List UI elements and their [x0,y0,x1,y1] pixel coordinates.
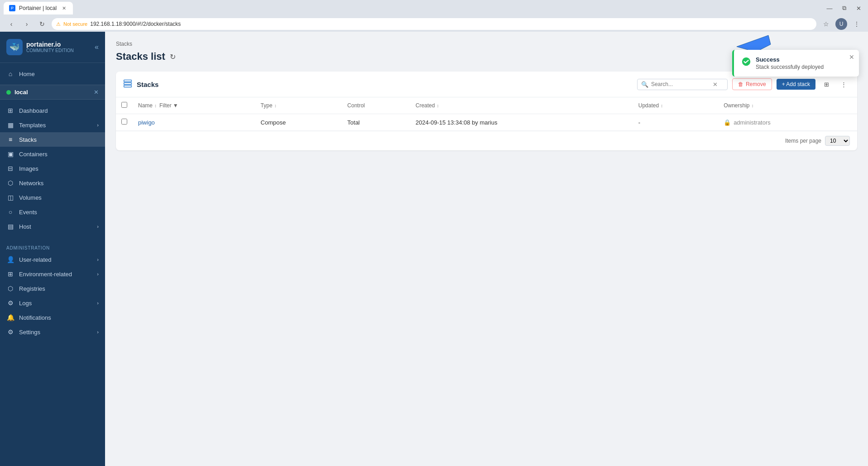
card-title: Stacks [137,81,633,88]
stack-name-link[interactable]: piwigo [138,119,155,126]
remove-label: Remove [746,81,766,87]
notifications-label: Notifications [19,314,99,321]
close-button[interactable]: ✕ [853,2,864,14]
environment-related-icon: ⊞ [6,270,14,278]
add-stack-button[interactable]: + Add stack [777,79,815,90]
main-content: Stacks Stacks list ↻ Stacks 🔍 ✕ 🗑 [105,32,868,466]
svg-rect-0 [124,80,132,82]
tab-close-button[interactable]: ✕ [60,5,67,12]
sidebar-item-environment-related[interactable]: ⊞ Environment-related › [0,267,105,281]
user-related-icon: 👤 [6,256,14,263]
ownership-column-header[interactable]: Ownership ↕ [718,97,857,114]
name-filter-button[interactable]: Filter ▼ [159,102,178,109]
row-checkbox[interactable] [121,119,127,125]
sidebar-item-events[interactable]: ○ Events [0,205,105,219]
notifications-icon: 🔔 [6,314,14,321]
sidebar-item-host[interactable]: ▤ Host › [0,219,105,234]
networks-label: Networks [19,180,99,187]
sidebar-item-settings[interactable]: ⚙ Settings › [0,325,105,339]
table-body: piwigo Compose Total 2024-09-15 13:34:08… [116,114,857,131]
control-column-header: Control [342,97,410,114]
dashboard-label: Dashboard [19,107,99,114]
search-clear-button[interactable]: ✕ [713,81,718,88]
created-column-header[interactable]: Created ↕ [410,97,633,114]
env-status-dot [6,90,11,95]
type-column-header[interactable]: Type ↕ [255,97,342,114]
env-close-button[interactable]: ✕ [94,89,99,96]
restore-button[interactable]: ⧉ [838,2,850,14]
sidebar-item-volumes[interactable]: ◫ Volumes [0,190,105,205]
address-bar[interactable]: ⚠ Not secure 192.168.1.18:9000/#!/2/dock… [52,18,816,30]
settings-label: Settings [19,329,92,336]
stacks-nav-icon: ≡ [6,136,14,143]
sidebar-item-home[interactable]: ⌂ Home [0,67,105,81]
ownership-sort-button[interactable]: Ownership ↕ [724,102,852,109]
search-input[interactable] [651,81,710,87]
sidebar-item-templates[interactable]: ▦ Templates › [0,118,105,132]
sidebar-logo: 🐳 portainer.io COMMUNITY EDITION « [0,32,105,63]
created-sort-button[interactable]: Created ↕ [416,102,628,109]
column-toggle-button[interactable]: ⊞ [820,78,833,91]
containers-icon: ▣ [6,150,14,158]
logo-mark: 🐳 portainer.io COMMUNITY EDITION [6,39,74,55]
toast-container: Success Stack successfully deployed ✕ [732,50,859,77]
updated-cell: - [633,114,718,131]
sidebar-item-notifications[interactable]: 🔔 Notifications [0,310,105,325]
remove-icon: 🗑 [738,81,743,87]
minimize-button[interactable]: — [824,2,835,14]
browser-tab[interactable]: P Portainer | local ✕ [4,2,73,14]
brand-name: portainer.io [26,41,74,48]
back-button[interactable]: ‹ [5,18,17,30]
sidebar-item-logs[interactable]: ⚙ Logs › [0,296,105,310]
remove-button[interactable]: 🗑 Remove [732,78,772,90]
refresh-button[interactable]: ↻ [170,53,176,61]
name-column-header[interactable]: Name ↕ Filter ▼ [133,97,255,114]
stacks-card: Stacks 🔍 ✕ 🗑 Remove + Add stack ⊞ ⋮ [116,72,857,150]
logo-text: portainer.io COMMUNITY EDITION [26,41,74,54]
control-cell: Total [342,114,410,131]
images-label: Images [19,165,99,172]
updated-sort-icon: ↕ [661,103,663,108]
stacks-table: Name ↕ Filter ▼ Type ↕ [116,97,857,131]
app-layout: 🐳 portainer.io COMMUNITY EDITION « ⌂ Hom… [0,32,868,466]
updated-column-header[interactable]: Updated ↕ [633,97,718,114]
environment-related-label: Environment-related [19,271,92,278]
type-sort-button[interactable]: Type ↕ [261,102,336,109]
profile-button[interactable]: U [835,18,847,30]
toast-close-button[interactable]: ✕ [849,53,854,61]
sidebar-item-stacks[interactable]: ≡ Stacks [0,132,105,147]
sidebar-collapse-button[interactable]: « [95,43,99,51]
toast-content: Success Stack successfully deployed [756,56,852,70]
sidebar-item-containers[interactable]: ▣ Containers [0,147,105,161]
bookmark-button[interactable]: ☆ [820,18,832,30]
forward-button[interactable]: › [21,18,33,30]
menu-button[interactable]: ⋮ [851,18,863,30]
table-header-row: Name ↕ Filter ▼ Type ↕ [116,97,857,114]
more-options-button[interactable]: ⋮ [837,78,850,91]
templates-icon: ▦ [6,121,14,129]
items-per-page-select-wrapper: 10 25 50 100 [825,136,850,146]
items-per-page-select[interactable]: 10 25 50 100 [825,136,850,146]
registries-icon: ⬡ [6,285,14,292]
sidebar-item-dashboard[interactable]: ⊞ Dashboard [0,103,105,118]
sidebar-home-label: Home [19,71,99,77]
toast-title: Success [756,56,852,63]
sidebar-item-registries[interactable]: ⬡ Registries [0,281,105,296]
tab-favicon: P [9,5,15,11]
sidebar-item-images[interactable]: ⊟ Images [0,161,105,176]
row-checkbox-cell [116,114,133,131]
updated-sort-button[interactable]: Updated ↕ [638,102,713,109]
select-all-checkbox[interactable] [121,102,127,108]
sidebar-item-user-related[interactable]: 👤 User-related › [0,252,105,267]
containers-label: Containers [19,151,99,158]
search-bar[interactable]: 🔍 ✕ [637,79,728,90]
svg-rect-2 [124,85,132,87]
sidebar-item-networks[interactable]: ⬡ Networks [0,176,105,190]
logs-icon: ⚙ [6,299,14,307]
edition-label: COMMUNITY EDITION [26,48,74,53]
reload-button[interactable]: ↻ [36,18,48,30]
page-title: Stacks list [116,51,165,62]
stacks-card-icon [123,79,132,90]
name-sort-button[interactable]: Name ↕ [138,102,157,109]
ownership-icon: 🔒 [724,119,731,126]
